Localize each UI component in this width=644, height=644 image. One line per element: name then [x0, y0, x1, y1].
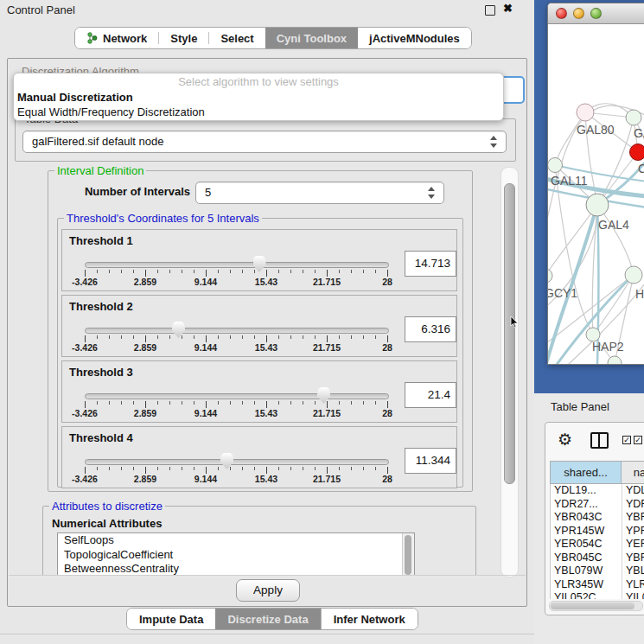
zoom-traffic-light[interactable]	[590, 8, 602, 19]
gear-icon[interactable]: ⚙	[558, 430, 572, 450]
tab-select[interactable]: Select	[209, 28, 265, 48]
network-node-label: H	[635, 287, 644, 301]
table-data-combo[interactable]: galFiltered.sif default node	[22, 131, 507, 153]
node-table: shared... name YDL19...YDL1YDR27...YDR2Y…	[550, 461, 644, 599]
dropdown-option-equal-width[interactable]: Equal Width/Frequency Discretization	[14, 105, 503, 119]
bottom-tabbar: Impute Data Discretize Data Infer Networ…	[126, 608, 418, 630]
tab-infer-network[interactable]: Infer Network	[321, 609, 418, 629]
table-row[interactable]: YPR145WYPR1	[551, 525, 644, 539]
close-traffic-light[interactable]	[556, 8, 567, 19]
tab-network[interactable]: Network	[75, 28, 158, 48]
slider-tick-labels: -3.4262.8599.14415.4321.71528	[85, 408, 387, 418]
thresholds-group-label: Threshold's Coordinates for 5 Intervals	[64, 212, 262, 225]
tab-label: jActiveMNodules	[369, 32, 460, 45]
cyni-toolbox-panel: Discretization Algorithm Select algorith…	[7, 58, 527, 607]
network-node-label: HAP2	[592, 340, 624, 354]
column-header-shared-name[interactable]: shared...	[551, 462, 622, 483]
threshold-value-field[interactable]: 14.713	[405, 251, 456, 277]
tab-label: Discretize Data	[227, 613, 308, 626]
table-row[interactable]: YBL079WYBL0	[551, 564, 644, 578]
dropdown-option-manual-discretization[interactable]: Manual Discretization	[14, 90, 503, 105]
network-icon	[86, 32, 98, 44]
network-node[interactable]	[630, 144, 644, 161]
dropdown-placeholder-option[interactable]: Select algorithm to view settings	[14, 73, 503, 90]
close-icon[interactable]: ✖	[503, 2, 513, 15]
columns-icon[interactable]	[590, 432, 609, 449]
threshold-value-field[interactable]: 6.316	[405, 316, 456, 342]
slider-track[interactable]	[85, 262, 389, 268]
panel-title: Control Panel	[7, 3, 75, 16]
tab-jactivemnodules[interactable]: jActiveMNodules	[358, 28, 471, 48]
slider-tick-labels: -3.4262.8599.14415.4321.71528	[85, 277, 387, 286]
network-node[interactable]	[548, 269, 552, 283]
table-toolbar: ⚙ ✓ ✓	[545, 423, 644, 459]
network-node[interactable]	[625, 266, 642, 284]
slider-track[interactable]	[85, 328, 389, 334]
network-node-label: GAL4	[598, 218, 629, 232]
float-window-icon[interactable]	[485, 5, 495, 16]
slider-track[interactable]	[85, 459, 389, 465]
table-row[interactable]: YBR043CYBR0	[551, 511, 644, 525]
mouse-cursor	[510, 316, 519, 328]
cell-name: YER0	[622, 538, 644, 552]
network-node-label: GCY1	[548, 286, 577, 300]
threshold-label: Threshold 3	[69, 366, 133, 379]
interval-definition-group: Interval Definition Number of Intervals …	[48, 170, 473, 492]
node-table-panel: ⚙ ✓ ✓ shared... name YDL19...YDL1YDR27..…	[545, 422, 644, 615]
network-node[interactable]	[626, 110, 641, 125]
control-panel: Control Panel ✖ Network Style Select Cyn…	[0, 0, 534, 644]
apply-button[interactable]: Apply	[236, 579, 300, 602]
table-row[interactable]: YDR27...YDR2	[551, 498, 644, 512]
cell-shared-name: YLR345W	[551, 578, 622, 592]
number-of-intervals-combo[interactable]: 5	[195, 182, 444, 204]
table-row[interactable]: YDL19...YDL1	[551, 484, 644, 498]
numerical-attributes-heading: Numerical Attributes	[52, 517, 162, 530]
tab-label: Impute Data	[139, 613, 203, 626]
settings-scrollbar-thumb[interactable]	[504, 183, 515, 484]
network-node[interactable]	[577, 104, 594, 121]
slider-track[interactable]	[85, 393, 389, 399]
attributes-group: Attributes to discretize Numerical Attri…	[42, 506, 476, 576]
minimize-traffic-light[interactable]	[573, 8, 584, 19]
network-node-label: GAL80	[577, 123, 615, 137]
tab-cyni-toolbox[interactable]: Cyni Toolbox	[265, 28, 358, 48]
settings-vertical-scrollbar[interactable]	[501, 167, 519, 577]
slider-tick-labels: -3.4262.8599.14415.4321.71528	[85, 474, 387, 483]
attribute-item[interactable]: BetweennessCentrality	[58, 562, 414, 576]
checkbox-icon[interactable]: ✓	[622, 436, 631, 444]
threshold-label: Threshold 2	[69, 300, 133, 313]
numerical-attributes-list: SelfLoopsTopologicalCoefficientBetweenne…	[58, 533, 414, 576]
table-row[interactable]: YLR345WYLR3	[551, 578, 644, 592]
cell-shared-name: YBL079W	[551, 564, 622, 578]
table-panel-area: Table Panel ⚙ ✓ ✓ shared... name YDL19..…	[534, 393, 644, 644]
attributes-scrollbar[interactable]	[402, 533, 414, 576]
threshold-value-field[interactable]: 11.344	[405, 448, 456, 474]
attribute-item[interactable]: SelfLoops	[58, 533, 414, 548]
tab-style[interactable]: Style	[159, 28, 208, 48]
network-node-label: GA	[634, 126, 644, 140]
table-row[interactable]: YBR045CYBR0	[551, 552, 644, 565]
cell-name: YIL0	[622, 591, 644, 599]
table-data-group: Table Data galFiltered.sif default node	[15, 118, 516, 162]
cell-shared-name: YIL052C	[551, 591, 622, 599]
cell-name: YLR3	[622, 578, 644, 592]
attributes-scrollbar-thumb[interactable]	[405, 535, 411, 575]
table-horizontal-scrollbar[interactable]	[549, 601, 643, 611]
table-row[interactable]: YER054CYER0	[551, 538, 644, 552]
cell-name: YBR0	[622, 552, 644, 565]
cell-shared-name: YBR045C	[551, 552, 622, 565]
table-hscrollbar-thumb[interactable]	[551, 603, 634, 609]
tab-label: Network	[103, 32, 147, 45]
attribute-item[interactable]: TopologicalCoefficient	[58, 548, 414, 563]
network-node[interactable]	[586, 194, 609, 216]
column-header-name[interactable]: name	[622, 462, 644, 483]
network-node[interactable]	[548, 158, 563, 173]
threshold-value-field[interactable]: 21.4	[405, 382, 456, 408]
network-window-titlebar[interactable]	[548, 3, 644, 24]
network-canvas[interactable]: GAL80GACGAL11GAL4HGCY1HAP2	[548, 24, 644, 364]
tab-discretize-data[interactable]: Discretize Data	[215, 609, 320, 629]
tab-impute-data[interactable]: Impute Data	[127, 609, 215, 629]
checkbox-icon[interactable]: ✓	[634, 436, 642, 444]
table-row[interactable]: YIL052CYIL0	[551, 591, 644, 599]
cell-name: YBL0	[622, 564, 644, 578]
